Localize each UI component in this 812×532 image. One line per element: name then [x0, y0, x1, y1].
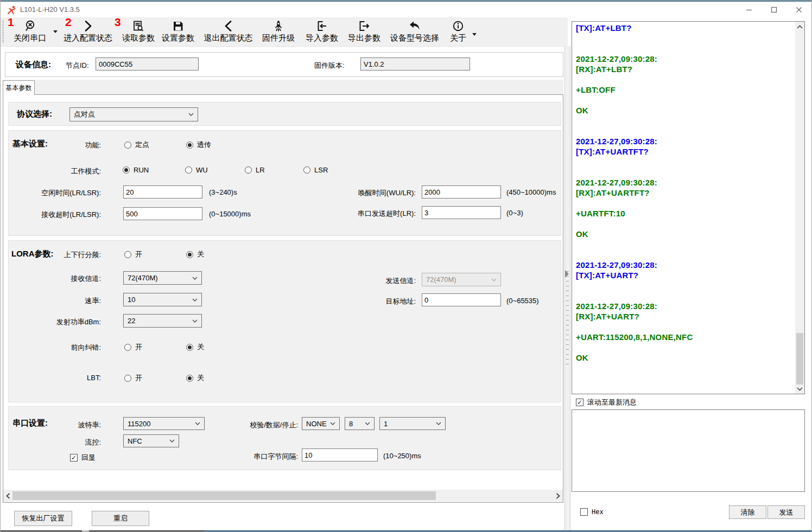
data-bits-select[interactable]: 8 [345, 417, 375, 430]
app-logo-icon [7, 5, 16, 15]
console-log-line: [TX]:AT+LBT? [576, 23, 794, 34]
radio-label: 开 [135, 373, 142, 383]
baud-rate-select[interactable]: 115200 [123, 417, 205, 430]
parity-select[interactable]: NONE [302, 417, 340, 430]
radio-fec-on[interactable]: 开 [124, 342, 142, 352]
radio-mode-wu[interactable]: WU [185, 166, 208, 174]
tab-strip [3, 80, 563, 95]
uart-send-timeout-input[interactable] [422, 206, 501, 219]
serial-console-log[interactable]: [TX]:AT+LBT? 2021-12-27,09:30:28:[RX]:AT… [572, 21, 805, 394]
rx-timeout-input[interactable] [123, 207, 202, 220]
console-scrollbar-thumb[interactable] [796, 333, 803, 384]
wake-time-input[interactable] [422, 185, 501, 198]
checkbox-check-icon: ✓ [576, 399, 583, 406]
protocol-select[interactable]: 点对点 [69, 107, 198, 121]
rate-select[interactable]: 10 [123, 293, 202, 306]
protocol-section-label: 协议选择: [17, 109, 52, 119]
splitter-collapse-arrow-icon[interactable] [565, 270, 569, 278]
toolbar-button-export-params[interactable]: 导出参数 [345, 18, 383, 44]
console-log-line: [TX]:AT+UARTFT? [576, 147, 794, 157]
console-log-line: +LBT:OFF [576, 85, 794, 95]
send-button[interactable]: 发送 [767, 505, 805, 519]
console-log-line [576, 168, 794, 178]
toolbar-button-exit-config[interactable]: 退出配置状态 [200, 18, 257, 44]
toolbar-button-device-model-select[interactable]: 设备型号选择 [388, 18, 442, 44]
scroll-up-arrow-icon[interactable] [796, 23, 803, 30]
maximize-button[interactable] [762, 2, 786, 17]
console-log-line [576, 322, 794, 332]
toolbar-grip[interactable] [2, 21, 4, 43]
radio-function-fixed[interactable]: 定点 [124, 140, 149, 150]
factory-reset-button[interactable]: 恢复出厂设置 [14, 511, 72, 526]
restart-button[interactable]: 重启 [92, 511, 149, 526]
title-bar[interactable]: L101-L-H20 V1.3.5 [1, 2, 812, 17]
idle-time-input[interactable] [123, 185, 202, 198]
radio-mode-lsr[interactable]: LSR [303, 166, 328, 174]
horizontal-scrollbar-thumb[interactable] [12, 491, 436, 500]
chevron-down-icon [330, 422, 335, 425]
parity-value: NONE [306, 420, 327, 428]
device-info-section-label: 设备信息: [16, 60, 51, 70]
console-log-line: 2021-12-27,09:30:28: [576, 137, 794, 147]
radio-lbt-off[interactable]: 关 [186, 373, 204, 383]
chevron-down-icon [365, 422, 370, 425]
firmware-version-label: 固件版本: [314, 61, 345, 70]
parity-data-stop-label: 校验/数据/停止: [227, 420, 298, 430]
tx-power-label: 发射功率dBm: [20, 317, 101, 327]
radio-updown-off[interactable]: 关 [186, 249, 204, 259]
rx-channel-select[interactable]: 72(470M) [123, 271, 202, 285]
flow-control-label: 流控: [20, 438, 101, 447]
close-button[interactable] [786, 2, 811, 17]
toolbar-button-label: 导入参数 [306, 33, 338, 44]
stop-bits-select[interactable]: 1 [379, 417, 446, 430]
scroll-right-arrow-icon[interactable] [554, 491, 562, 500]
send-data-textarea[interactable] [572, 409, 805, 492]
radio-mode-run[interactable]: RUN [123, 166, 149, 174]
target-addr-input[interactable] [422, 293, 501, 306]
radio-dot [185, 166, 192, 174]
toolbar-button-label: 关闭串口 [14, 33, 46, 44]
radio-dot [124, 142, 131, 149]
radio-function-transparent[interactable]: 透传 [186, 140, 211, 150]
toolbar-button-set-params[interactable]: 设置参数 [160, 18, 196, 44]
echo-checkbox[interactable]: ✓ 回显 [70, 453, 96, 463]
panel-splitter[interactable] [564, 46, 570, 530]
minimize-button[interactable] [737, 2, 762, 17]
tab-basic-params[interactable]: 基本参数 [3, 80, 35, 95]
toolbar-button-firmware-upgrade[interactable]: 固件升级 [261, 18, 296, 44]
byte-interval-label: 串口字节间隔: [227, 452, 298, 462]
console-log-line: 2021-12-27,09:30:28: [576, 54, 794, 65]
firmware-upgrade-icon [272, 18, 285, 33]
radio-dot [123, 166, 130, 174]
serial-port-dropdown-arrow-icon[interactable] [53, 30, 58, 33]
radio-fec-off[interactable]: 关 [186, 342, 204, 352]
scroll-down-arrow-icon[interactable] [796, 385, 803, 393]
toolbar-button-import-params[interactable]: 导入参数 [303, 18, 341, 44]
console-log-line [576, 75, 794, 85]
radio-dot [303, 166, 310, 174]
about-dropdown-arrow-icon[interactable] [472, 33, 477, 36]
radio-updown-on[interactable]: 开 [124, 249, 142, 259]
scroll-left-arrow-icon[interactable] [4, 491, 12, 500]
clear-button[interactable]: 清除 [729, 505, 766, 519]
about-icon [452, 18, 465, 33]
tx-power-select[interactable]: 22 [123, 314, 202, 328]
radio-dot [124, 251, 131, 258]
window-title: L101-L-H20 V1.3.5 [20, 5, 80, 14]
scroll-to-latest-checkbox[interactable]: ✓ 滚动至最新消息 [576, 398, 637, 407]
set-params-icon [172, 18, 185, 33]
rx-channel-value: 72(470M) [128, 274, 158, 282]
stop-bits-value: 1 [384, 420, 388, 428]
radio-lbt-on[interactable]: 开 [124, 373, 142, 383]
toolbar-button-about[interactable]: 关于 [446, 18, 470, 44]
horizontal-scrollbar[interactable] [3, 490, 563, 502]
toolbar-button-read-params[interactable]: 读取参数 [120, 18, 156, 44]
byte-interval-input[interactable] [302, 448, 378, 462]
rx-channel-label: 接收信道: [20, 274, 101, 284]
hex-checkbox[interactable]: Hex [580, 508, 604, 516]
console-log-line [576, 219, 794, 229]
console-vertical-scrollbar[interactable] [795, 22, 804, 394]
radio-mode-lr[interactable]: LR [245, 166, 265, 174]
flow-control-select[interactable]: NFC [123, 434, 179, 447]
console-log-line: OK [576, 106, 794, 116]
